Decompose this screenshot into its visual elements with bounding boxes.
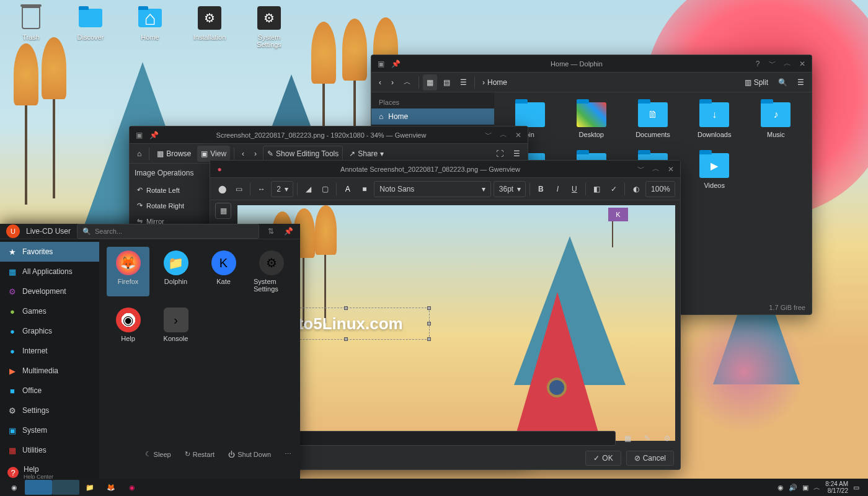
app-konsole[interactable]: ›Konsole <box>154 304 197 346</box>
desktop-icon-discover[interactable]: Discover <box>71 5 110 48</box>
browse-button[interactable]: ▦ Browse <box>153 146 195 162</box>
shutdown-button[interactable]: ⏻ Shut Down <box>224 448 275 461</box>
fill-button[interactable]: ◢ <box>301 181 316 197</box>
category-office[interactable]: ■Office <box>0 381 99 401</box>
minimize-icon[interactable]: ﹀ <box>767 58 778 69</box>
up-button[interactable]: ︿ <box>400 74 415 91</box>
rotate-left-button[interactable]: ↶Rotate Left <box>135 182 204 198</box>
stroke-style-button[interactable]: ▭ <box>232 181 246 197</box>
text-color-button[interactable]: A <box>340 181 355 197</box>
pin-icon[interactable]: 📌 <box>390 58 401 69</box>
category-graphics[interactable]: ●Graphics <box>0 321 99 341</box>
user-avatar[interactable]: U <box>6 224 20 238</box>
category-development[interactable]: ⚙Development <box>0 281 99 301</box>
home-button[interactable]: ⌂ <box>133 146 145 162</box>
maximize-icon[interactable]: ︿ <box>650 164 662 175</box>
close-icon[interactable]: ✕ <box>797 58 808 69</box>
underline-button[interactable]: U <box>567 181 582 197</box>
sleep-button[interactable]: ☾ Sleep <box>141 448 175 461</box>
prev-button[interactable]: ‹ <box>238 146 248 162</box>
desktop-icon-installation[interactable]: ⚙Installation <box>190 5 229 48</box>
task-item[interactable] <box>52 480 79 495</box>
desktop-icon-system-settings[interactable]: ⚙System Settings <box>249 5 289 48</box>
details-view-button[interactable]: ☰ <box>456 74 471 91</box>
forward-button[interactable]: › <box>388 74 397 91</box>
fullscreen-button[interactable]: ⛶ <box>492 146 507 162</box>
annotate-titlebar[interactable]: ● Annotate Screenshot_20220817_082223.pn… <box>210 161 680 178</box>
folder-desktop[interactable]: Desktop <box>565 102 617 138</box>
grid-toggle[interactable]: ▦ <box>619 430 636 446</box>
desktop-icon-home[interactable]: ⌂Home <box>130 5 170 48</box>
dolphin-titlebar[interactable]: ▣ 📌 Home — Dolphin ? ﹀ ︿ ✕ <box>371 55 812 73</box>
italic-button[interactable]: I <box>551 181 565 197</box>
clipboard-icon[interactable]: ▣ <box>802 484 808 492</box>
volume-icon[interactable]: 🔊 <box>789 484 797 492</box>
close-icon[interactable]: ✕ <box>513 130 524 141</box>
task-item[interactable]: ◉ <box>122 480 143 495</box>
search-button[interactable]: 🔍 <box>774 74 791 91</box>
select-tool[interactable]: ▦ <box>215 203 231 219</box>
menu-button[interactable]: ☰ <box>510 146 524 162</box>
maximize-icon[interactable]: ︿ <box>782 58 793 69</box>
category-system[interactable]: ▣System <box>0 420 99 440</box>
task-firefox[interactable]: 🦊 <box>100 480 122 495</box>
clock[interactable]: 8:24 AM 8/17/22 <box>825 480 848 494</box>
ok-button[interactable]: ✓ OK <box>585 451 621 466</box>
resize-handle[interactable] <box>344 337 348 341</box>
sort-button[interactable]: ⇅ <box>265 226 277 237</box>
desktop-icon-trash[interactable]: Trash <box>11 5 51 48</box>
back-button[interactable]: ‹ <box>375 74 385 91</box>
app-help[interactable]: ◉Help <box>107 304 149 346</box>
annotate-canvas[interactable]: 9to5Linux.com <box>237 205 675 441</box>
pin-icon[interactable]: 📌 <box>148 130 159 141</box>
resize-handle[interactable] <box>427 306 431 310</box>
shadow-button[interactable]: ◧ <box>590 181 604 197</box>
category-settings[interactable]: ⚙Settings <box>0 401 99 420</box>
category-utilities[interactable]: ▦Utilities <box>0 440 99 460</box>
show-editing-tools-button[interactable]: ✎ Show Editing Tools <box>263 146 343 162</box>
no-action-tool[interactable]: ⊘ <box>659 430 675 446</box>
folder-downloads[interactable]: ↓Downloads <box>689 102 740 138</box>
opacity-input[interactable]: 100% <box>645 181 675 197</box>
minimize-icon[interactable]: ﹀ <box>483 130 494 141</box>
close-icon[interactable]: ✕ <box>665 164 676 175</box>
app-launcher-button[interactable]: ◉ <box>4 480 25 495</box>
width-input[interactable]: 2 ▾ <box>271 181 293 197</box>
menu-button[interactable]: ☰ <box>794 74 808 91</box>
stroke-color-button[interactable]: ⬤ <box>215 181 229 197</box>
gwenview-titlebar[interactable]: ▣ 📌 Screenshot_20220817_082223.png - 192… <box>130 126 528 144</box>
app-system-settings[interactable]: ⚙System Settings <box>250 247 293 296</box>
task-dolphin[interactable]: 📁 <box>79 480 100 495</box>
maximize-icon[interactable]: ︿ <box>498 130 509 141</box>
pin-button[interactable]: 📌 <box>283 226 294 237</box>
cancel-button[interactable]: ⊘ Cancel <box>626 451 674 466</box>
help-icon[interactable]: ? <box>752 58 763 69</box>
folder-music[interactable]: ♪Music <box>750 102 802 138</box>
network-icon[interactable]: ◉ <box>777 484 784 492</box>
restart-button[interactable]: ↻ Restart <box>181 448 218 461</box>
task-item[interactable] <box>25 480 52 495</box>
resize-handle[interactable] <box>427 322 431 326</box>
rotate-right-button[interactable]: ↷Rotate Right <box>135 198 204 213</box>
category-games[interactable]: ●Games <box>0 301 99 321</box>
app-kate[interactable]: KKate <box>202 247 245 296</box>
minimize-icon[interactable]: ﹀ <box>636 164 647 175</box>
category-favorites[interactable]: ★Favorites <box>0 242 99 262</box>
breadcrumb[interactable]: › Home <box>479 74 511 91</box>
split-button[interactable]: ▥ Split <box>741 74 772 91</box>
resize-handle[interactable] <box>427 337 431 341</box>
view-button[interactable]: ▣ View <box>197 146 230 162</box>
font-select[interactable]: Noto Sans▾ <box>374 181 491 197</box>
more-button[interactable]: ⋯ <box>281 448 295 461</box>
tray-expand-icon[interactable]: ︿ <box>813 483 820 492</box>
category-multimedia[interactable]: ▶Multimedia <box>0 361 99 381</box>
width-button[interactable]: ↔ <box>254 181 268 197</box>
no-fill-button[interactable]: ▢ <box>318 181 332 197</box>
folder-videos[interactable]: ▶Videos <box>689 153 740 189</box>
pencil-tool[interactable]: ✎ <box>639 430 655 446</box>
app-dolphin[interactable]: 📁Dolphin <box>154 247 197 296</box>
compact-view-button[interactable]: ▤ <box>440 74 454 91</box>
icons-view-button[interactable]: ▦ <box>423 74 437 91</box>
resize-handle[interactable] <box>344 306 348 310</box>
share-button[interactable]: ↗ Share ▾ <box>345 146 388 162</box>
